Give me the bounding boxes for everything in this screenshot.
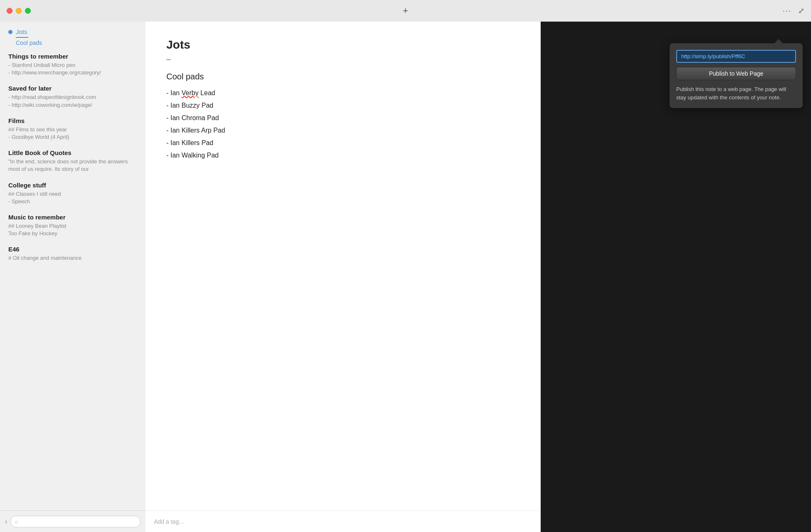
note-title: College stuff: [8, 182, 137, 189]
close-button[interactable]: [7, 8, 12, 14]
list-item[interactable]: Things to remember - Stanford Uniball Mi…: [8, 53, 137, 76]
search-box[interactable]: ⌕: [10, 516, 141, 527]
list-item[interactable]: Music to remember ## Looney Bean Playlis…: [8, 214, 137, 237]
note-preview: ## Classes I still need- Speech: [8, 190, 137, 205]
note-title: E46: [8, 246, 137, 253]
note-title: Little Book of Quotes: [8, 149, 137, 156]
publish-description: Publish this note to a web page. The pag…: [676, 85, 796, 101]
list-item[interactable]: College stuff ## Classes I still need- S…: [8, 182, 137, 205]
add-tag-placeholder[interactable]: Add a tag...: [154, 518, 184, 525]
sidebar: Jots Cool pads Things to remember - Stan…: [0, 22, 146, 532]
list-item: - Ian Killers Arp Pad: [166, 126, 520, 135]
note-main-title: Jots: [166, 38, 520, 52]
note-preview: "In the end, science does not provide th…: [8, 158, 137, 173]
maximize-button[interactable]: [25, 8, 31, 14]
active-dot-icon: [8, 30, 12, 34]
sidebar-footer: › ⌕: [0, 510, 146, 532]
list-item: - Ian Walking Pad: [166, 150, 520, 160]
publish-url-input[interactable]: [676, 50, 796, 63]
list-item: - Ian Chroma Pad: [166, 113, 520, 123]
titlebar-right: ··· ⤢: [783, 6, 804, 15]
list-item: - Ian Buzzy Pad: [166, 101, 520, 111]
note-title: Things to remember: [8, 53, 137, 60]
sidebar-active-note[interactable]: Jots: [8, 28, 137, 35]
sidebar-sub-label[interactable]: Cool pads: [16, 39, 137, 46]
content-area: Jots – Cool pads - Ian Verby Lead - Ian …: [146, 22, 541, 532]
search-icon: ⌕: [15, 518, 18, 525]
note-dash: –: [166, 55, 520, 64]
note-section-title: Cool pads: [166, 72, 520, 81]
list-item[interactable]: Little Book of Quotes "In the end, scien…: [8, 149, 137, 173]
popup-arrow: [774, 39, 783, 43]
sidebar-underline: [16, 37, 28, 38]
list-item[interactable]: E46 # Oil change and maintenance: [8, 246, 137, 262]
titlebar: + ··· ⤢: [0, 0, 811, 22]
traffic-lights: [7, 8, 31, 14]
note-preview: - Stanford Uniball Micro pen- http://www…: [8, 62, 137, 76]
list-item: - Ian Verby Lead: [166, 88, 520, 98]
note-preview: ## Films to see this year- Goodbye World…: [8, 126, 137, 141]
note-title: Music to remember: [8, 214, 137, 221]
note-preview: # Oil change and maintenance: [8, 254, 137, 262]
more-options-icon[interactable]: ···: [783, 7, 791, 15]
search-input[interactable]: [21, 518, 136, 525]
sidebar-active-label[interactable]: Jots: [16, 28, 27, 35]
list-item[interactable]: Films ## Films to see this year- Goodbye…: [8, 117, 137, 141]
publish-to-webpage-button[interactable]: Publish to Web Page: [676, 67, 796, 80]
note-title: Saved for later: [8, 85, 137, 92]
note-editor[interactable]: Jots – Cool pads - Ian Verby Lead - Ian …: [146, 22, 541, 510]
list-item: - Ian Killers Pad: [166, 138, 520, 148]
note-preview: ## Looney Bean PlaylistToo Fake by Hocke…: [8, 222, 137, 237]
note-preview: - http://read.shapeofdesignbook.com- htt…: [8, 94, 137, 108]
publish-popup: Publish to Web Page Publish this note to…: [670, 43, 803, 108]
minimize-button[interactable]: [16, 8, 22, 14]
dark-panel: Publish to Web Page Publish this note to…: [541, 22, 811, 532]
spell-check-word: Verby: [181, 89, 198, 96]
note-footer: Add a tag...: [146, 510, 541, 532]
titlebar-center: +: [403, 6, 408, 15]
add-note-button[interactable]: +: [403, 6, 408, 15]
app-body: Jots Cool pads Things to remember - Stan…: [0, 22, 811, 532]
note-title: Films: [8, 117, 137, 124]
sidebar-content: Jots Cool pads Things to remember - Stan…: [0, 22, 146, 510]
expand-icon[interactable]: ⤢: [798, 6, 804, 15]
sidebar-expand-button[interactable]: ›: [5, 518, 7, 525]
list-item[interactable]: Saved for later - http://read.shapeofdes…: [8, 85, 137, 108]
